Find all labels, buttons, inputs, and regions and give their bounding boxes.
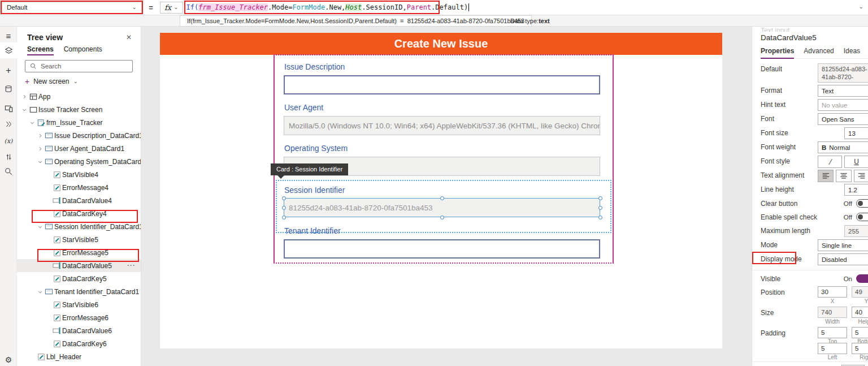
properties-tab-advanced[interactable]: Advanced [804, 47, 834, 55]
property-value-font-size[interactable]: 13 [844, 127, 868, 139]
tree-item-datacardvalue6[interactable]: DataCardValue6 [17, 324, 141, 337]
tree-tab-screens[interactable]: Screens [27, 45, 54, 55]
toggle-pill[interactable] [856, 274, 868, 283]
align-right-button[interactable] [854, 170, 868, 182]
padding-right[interactable]: 5 [852, 343, 868, 354]
media-icon[interactable] [0, 100, 17, 116]
tree-item-datacardkey6[interactable]: DataCardKey6 [17, 337, 141, 350]
fx-button[interactable]: fx ⌄ [160, 2, 183, 14]
chevron-down-icon[interactable] [20, 107, 28, 113]
search-input[interactable]: Search [25, 60, 133, 72]
toggle-clear-button[interactable]: Off [844, 199, 868, 208]
selection-handle[interactable] [440, 196, 444, 200]
chevron-down-icon[interactable] [28, 120, 36, 126]
tree-item-user-agent-datacard1[interactable]: User Agent_DataCard1 [17, 142, 141, 155]
settings-icon[interactable]: ⚙ [0, 352, 17, 366]
new-screen-button[interactable]: + New screen ⌄ [17, 72, 141, 90]
property-value-mode[interactable]: Single line [818, 239, 868, 251]
toggle-pill[interactable] [856, 213, 868, 221]
chevron-right-icon[interactable] [36, 146, 44, 152]
property-position-x[interactable]: 30 [818, 286, 847, 298]
selection-handle[interactable] [598, 196, 602, 200]
close-icon[interactable]: ✕ [126, 33, 132, 41]
property-value-font-weight[interactable]: BNormal [818, 141, 868, 153]
tree-item-label: StarVisible5 [62, 236, 98, 244]
toggle-enable-spell-check[interactable]: Off [844, 213, 868, 221]
more-options-icon[interactable]: ··· [128, 262, 136, 269]
issue-tracker-form[interactable]: Issue DescriptionUser AgentMozilla/5.0 (… [274, 54, 614, 264]
property-value-display-mode[interactable]: Disabled [818, 253, 868, 265]
selection-handle[interactable] [440, 216, 444, 219]
selection-handle[interactable] [282, 216, 286, 219]
property-value-format[interactable]: Text [818, 85, 868, 97]
property-position-y[interactable]: 49 [852, 286, 868, 298]
plus-icon[interactable]: + [0, 63, 17, 79]
search-icon[interactable] [0, 163, 17, 179]
properties-tab-ideas[interactable]: Ideas [844, 47, 860, 55]
tree-item-operating-system-datacard1[interactable]: Operating System_DataCard1 [17, 155, 141, 168]
toggle-visible[interactable]: On [844, 274, 868, 283]
tree-item-frm-issue-tracker[interactable]: frm_Issue_Tracker [17, 116, 141, 129]
tree-item-issue-description-datacard1[interactable]: Issue Description_DataCard1 [17, 129, 141, 142]
underline-button[interactable]: U [844, 156, 868, 168]
tree-item-label: Operating System_DataCard1 [54, 158, 141, 166]
toggle-pill[interactable] [856, 199, 868, 208]
property-value-maximum-length[interactable]: 255 [844, 225, 868, 237]
padding-bottom[interactable]: 5 [852, 327, 868, 338]
hamburger-icon[interactable]: ≡ [0, 28, 17, 44]
tree-item-session-identifier-datacard1[interactable]: Session Identifier_DataCard1 [17, 220, 141, 233]
power-automate-icon[interactable] [0, 116, 17, 132]
selection-handle[interactable] [598, 216, 602, 219]
field-input-tenant-identifier[interactable] [284, 239, 600, 259]
tree-item-datacardkey4[interactable]: DataCardKey4 [17, 207, 141, 220]
property-size-height[interactable]: 40 [852, 307, 868, 318]
tree-item-app[interactable]: App [17, 90, 141, 103]
app-canvas[interactable]: Create New Issue Issue DescriptionUser A… [160, 33, 722, 348]
tree-item-issue-tracker-screen[interactable]: Issue Tracker Screen [17, 103, 141, 116]
formula-input[interactable]: If(frm_Issue_Tracker.Mode=FormMode.New,H… [186, 0, 868, 15]
chevron-down-icon[interactable] [36, 289, 44, 295]
variables-icon[interactable]: (x) [0, 133, 17, 149]
form-header-label[interactable]: Create New Issue [160, 33, 722, 55]
property-value-hint-text[interactable]: No value [818, 99, 868, 111]
padding-left[interactable]: 5 [818, 343, 847, 354]
tree-view-icon[interactable] [0, 42, 17, 58]
property-value-line-height[interactable]: 1.2 [844, 184, 868, 196]
data-icon[interactable] [0, 81, 17, 97]
chevron-down-icon[interactable] [36, 224, 44, 230]
properties-tab-properties[interactable]: Properties [761, 47, 794, 59]
align-center-button[interactable] [836, 170, 852, 182]
italic-button[interactable]: / [818, 156, 842, 168]
tree-item-datacardvalue5[interactable]: DataCardValue5··· [17, 259, 141, 272]
tree-tab-components[interactable]: Components [64, 45, 102, 55]
controls-icon[interactable] [0, 149, 17, 165]
tree-item-errormessage5[interactable]: ErrorMessage5 [17, 246, 141, 259]
chevron-right-icon[interactable] [36, 133, 44, 139]
field-input-user-agent[interactable]: Mozilla/5.0 (Windows NT 10.0; Win64; x64… [284, 116, 600, 135]
property-label-position: Position [761, 289, 785, 296]
selection-handle[interactable] [282, 206, 286, 210]
align-left-button[interactable] [818, 170, 834, 182]
chevron-right-icon[interactable] [20, 94, 28, 100]
tree-item-errormessage4[interactable]: ErrorMessage4 [17, 181, 141, 194]
tree-item-lbl-header[interactable]: Lbl_Header [17, 350, 141, 363]
field-input-issue-description[interactable] [284, 75, 600, 94]
selection-handle[interactable] [598, 206, 602, 210]
property-size-width[interactable]: 740 [818, 307, 847, 318]
tree-item-starvisible5[interactable]: StarVisible5 [17, 233, 141, 246]
padding-top[interactable]: 5 [818, 327, 847, 338]
tree-item-datacardvalue4[interactable]: DataCardValue4 [17, 194, 141, 207]
tree-item-starvisible6[interactable]: StarVisible6 [17, 298, 141, 311]
tree-item-datacardkey5[interactable]: DataCardKey5 [17, 272, 141, 285]
property-value-font[interactable]: Open Sans [818, 113, 868, 125]
tree-item-tenant-identifier-datacard1[interactable]: Tenant Identifier_DataCard1 [17, 285, 141, 298]
field-input-session-identifier[interactable]: 81255d24-a083-41ab-8720-0fa7501ba453 [284, 198, 600, 217]
tree-item-label: Tenant Identifier_DataCard1 [54, 288, 139, 296]
tree-item-starvisible4[interactable]: StarVisible4 [17, 168, 141, 181]
formula-expand-chevron-icon[interactable]: ⌄ [859, 4, 863, 10]
tree-item-errormessage6[interactable]: ErrorMessage6 [17, 311, 141, 324]
property-value-default[interactable]: 81255d24-a083-41ab-8720-0fa7501ba453 [818, 63, 868, 83]
selection-handle[interactable] [282, 196, 286, 200]
chevron-down-icon[interactable] [36, 159, 44, 165]
property-selector-dropdown[interactable]: Default ⌄ [2, 2, 142, 14]
